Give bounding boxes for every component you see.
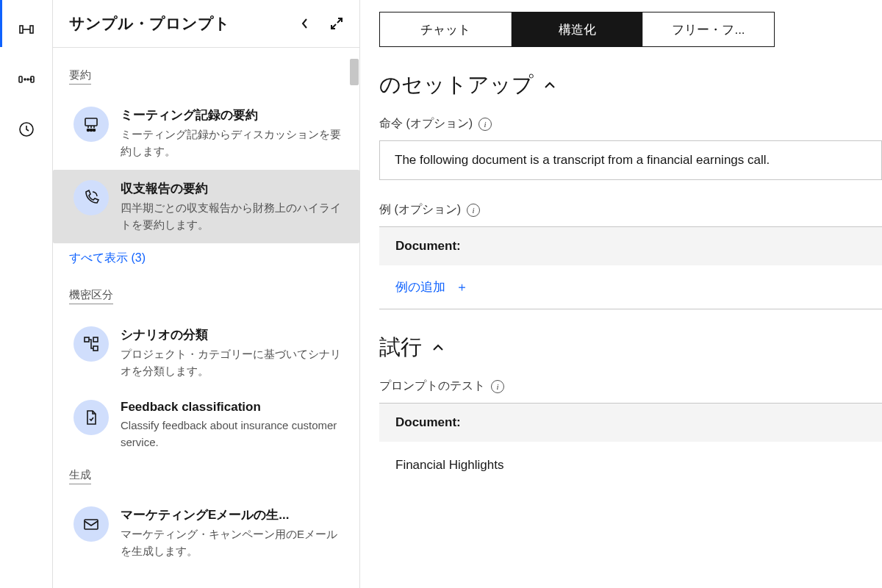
prompt-item-title: シナリオの分類 xyxy=(121,326,346,343)
test-doc-body[interactable]: Financial Highlights xyxy=(379,442,882,489)
svg-rect-19 xyxy=(85,520,98,529)
prompt-item-title: Feedback classification xyxy=(121,400,346,415)
setup-section-title[interactable]: のセットアップ xyxy=(379,71,882,100)
trial-title-text: 試行 xyxy=(379,333,422,362)
chevron-up-icon xyxy=(544,82,556,89)
sample-prompts-sidebar: サンプル・プロンプト 要約ミーティング記録の要約ミーティング記録からディスカッシ… xyxy=(53,0,360,588)
scrollbar[interactable] xyxy=(350,59,359,85)
instruction-input[interactable]: The following document is a transcript f… xyxy=(379,140,882,180)
prompt-item-desc: プロジェクト・カテゴリーに基づいてシナリオを分類します。 xyxy=(121,346,346,379)
prompt-item-desc: Classify feedback about insurance custom… xyxy=(121,417,346,451)
mode-tabs: チャット 構造化 フリー・フ... xyxy=(379,12,775,47)
test-box: Document: Financial Highlights xyxy=(379,403,882,489)
add-example-button[interactable]: 例の追加 ＋ xyxy=(379,265,882,309)
tab-chat[interactable]: チャット xyxy=(380,12,512,46)
back-icon[interactable] xyxy=(301,17,309,30)
svg-point-12 xyxy=(93,129,96,132)
mail-icon xyxy=(74,506,109,542)
show-all-link[interactable]: すべて表示 (3) xyxy=(69,243,359,281)
trial-section-title[interactable]: 試行 xyxy=(379,333,882,362)
doc-icon xyxy=(74,400,109,435)
setup-title-text: のセットアップ xyxy=(379,71,534,100)
sidebar-title: サンプル・プロンプト xyxy=(69,13,230,34)
prompt-item[interactable]: ミーティング記録の要約ミーティング記録からディスカッションを要約します。 xyxy=(69,96,359,170)
info-icon[interactable]: i xyxy=(478,118,492,131)
info-icon[interactable]: i xyxy=(491,380,504,393)
svg-rect-7 xyxy=(31,76,34,82)
svg-point-10 xyxy=(87,129,90,132)
svg-point-4 xyxy=(24,79,26,80)
test-label: プロンプトのテスト i xyxy=(379,379,882,394)
svg-rect-17 xyxy=(93,337,98,342)
chevron-up-icon xyxy=(432,344,444,351)
rail-history-icon[interactable] xyxy=(12,65,41,94)
prompt-item-desc: マーケティング・キャンペーン用のEメールを生成します。 xyxy=(121,526,346,559)
tab-free[interactable]: フリー・フ... xyxy=(643,12,774,46)
example-label: 例 (オプション) i xyxy=(379,202,882,218)
rail-clock-icon[interactable] xyxy=(12,115,41,144)
svg-rect-3 xyxy=(19,76,22,82)
svg-point-11 xyxy=(90,129,93,132)
svg-rect-1 xyxy=(30,26,33,33)
prompt-item[interactable]: Feedback classificationClassify feedback… xyxy=(69,390,359,461)
plus-icon: ＋ xyxy=(456,279,468,295)
section-label: 機密区分 xyxy=(69,288,113,304)
expand-icon[interactable] xyxy=(330,17,343,30)
prompt-item[interactable]: マーケティングEメールの生...マーケティング・キャンペーン用のEメールを生成し… xyxy=(69,496,359,570)
info-icon[interactable]: i xyxy=(467,204,480,217)
rail-prompt-icon[interactable] xyxy=(12,15,41,44)
prompt-item-title: ミーティング記録の要約 xyxy=(121,107,346,123)
prompt-item[interactable]: シナリオの分類プロジェクト・カテゴリーに基づいてシナリオを分類します。 xyxy=(69,316,359,390)
svg-rect-16 xyxy=(85,337,89,342)
tree-icon xyxy=(74,326,109,362)
prompt-item-desc: ミーティング記録からディスカッションを要約します。 xyxy=(121,126,346,159)
main-panel: チャット 構造化 フリー・フ... のセットアップ 命令 (オプション) i T… xyxy=(360,0,882,588)
svg-point-5 xyxy=(27,79,29,80)
svg-rect-9 xyxy=(85,118,97,126)
example-header: Document: xyxy=(379,227,882,265)
section-label: 生成 xyxy=(69,468,91,484)
left-rail xyxy=(0,0,53,588)
test-doc-header: Document: xyxy=(379,404,882,442)
prompt-item-title: マーケティングEメールの生... xyxy=(121,506,346,523)
prompt-item[interactable]: 収支報告の要約四半期ごとの収支報告から財務上のハイライトを要約します。 xyxy=(53,170,359,243)
meeting-icon xyxy=(74,107,109,142)
tab-structured[interactable]: 構造化 xyxy=(512,12,643,46)
svg-rect-0 xyxy=(20,26,23,33)
phone-icon xyxy=(74,180,109,215)
instruction-label: 命令 (オプション) i xyxy=(379,116,882,132)
prompt-item-desc: 四半期ごとの収支報告から財務上のハイライトを要約します。 xyxy=(121,200,346,233)
section-label: 要約 xyxy=(69,68,91,85)
svg-rect-18 xyxy=(93,346,98,351)
prompt-item-title: 収支報告の要約 xyxy=(121,180,346,197)
example-box: Document: 例の追加 ＋ xyxy=(379,226,882,309)
